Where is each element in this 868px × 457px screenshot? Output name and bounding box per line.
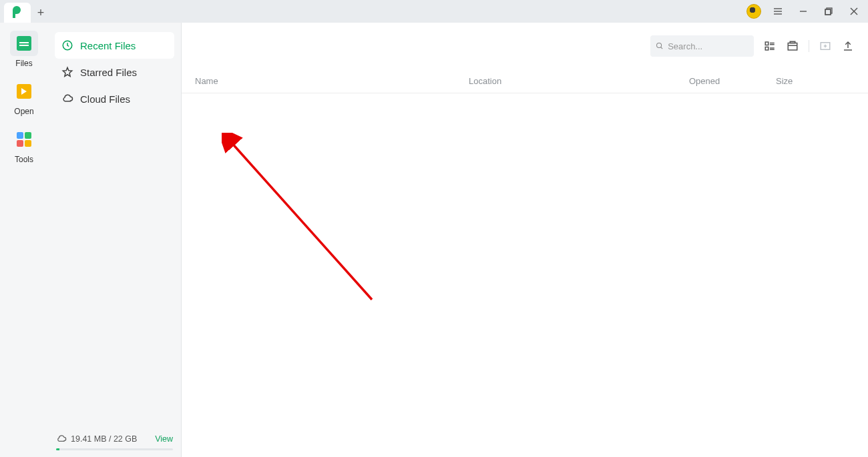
- svg-point-11: [657, 43, 662, 47]
- annotation-arrow: [222, 133, 395, 320]
- col-opened[interactable]: Opened: [689, 76, 776, 86]
- star-icon: [61, 66, 73, 78]
- col-location[interactable]: Location: [469, 76, 689, 86]
- files-icon: [17, 36, 31, 51]
- main-toolbar: [182, 23, 868, 69]
- toolbar-separator: [809, 40, 809, 52]
- storage-bar: [56, 448, 173, 450]
- close-button[interactable]: [845, 3, 863, 20]
- col-size[interactable]: Size: [776, 76, 855, 86]
- svg-rect-21: [790, 41, 795, 43]
- sidebar-item-cloud[interactable]: Cloud Files: [55, 85, 174, 112]
- storage-indicator: 19.41 MB / 22 GB View: [56, 434, 173, 450]
- rail-item-open[interactable]: Open: [7, 79, 41, 116]
- svg-line-28: [231, 142, 372, 300]
- storage-bar-fill: [56, 448, 59, 450]
- app-logo-icon: [11, 6, 24, 19]
- titlebar-right: [746, 3, 863, 20]
- hamburger-menu-icon[interactable]: [769, 3, 787, 20]
- cloud-icon: [61, 93, 73, 105]
- search-input[interactable]: [668, 41, 748, 51]
- upload-icon[interactable]: [841, 39, 855, 53]
- maximize-button[interactable]: [820, 3, 837, 20]
- sidebar-item-starred[interactable]: Starred Files: [55, 59, 174, 85]
- titlebar: +: [0, 0, 868, 23]
- svg-rect-19: [788, 43, 797, 51]
- col-name[interactable]: Name: [195, 76, 469, 86]
- rail-item-files[interactable]: Files: [7, 31, 41, 68]
- main-area: Name Location Opened Size: [182, 23, 868, 457]
- app-tab[interactable]: [4, 3, 31, 23]
- rail-label-open: Open: [14, 107, 33, 116]
- storage-view-link[interactable]: View: [155, 434, 173, 444]
- app-body: Files Open Tools Recent Files Starred Fi…: [0, 23, 868, 457]
- svg-line-12: [661, 47, 663, 49]
- sidebar-label-starred: Starred Files: [80, 67, 137, 78]
- tools-icon: [17, 132, 31, 147]
- search-box[interactable]: [650, 35, 754, 57]
- open-icon: [17, 84, 31, 99]
- cloud-storage-icon: [56, 434, 67, 444]
- minimize-button[interactable]: [795, 3, 812, 20]
- left-rail: Files Open Tools: [0, 23, 48, 457]
- rail-label-files: Files: [15, 59, 32, 68]
- column-headers: Name Location Opened Size: [182, 69, 868, 93]
- templates-icon[interactable]: [786, 39, 799, 53]
- svg-marker-10: [63, 67, 72, 76]
- storage-text: 19.41 MB / 22 GB: [71, 434, 137, 444]
- clock-icon: [61, 39, 73, 51]
- svg-rect-5: [825, 9, 831, 15]
- sidebar-label-cloud: Cloud Files: [80, 93, 130, 105]
- sidebar: Recent Files Starred Files Cloud Files 1…: [48, 23, 182, 457]
- user-avatar[interactable]: [746, 4, 761, 19]
- sidebar-label-recent: Recent Files: [80, 40, 136, 51]
- new-tab-button[interactable]: +: [31, 3, 51, 23]
- rail-label-tools: Tools: [15, 155, 33, 164]
- titlebar-left: +: [0, 0, 51, 23]
- svg-rect-13: [765, 42, 769, 45]
- list-view-icon[interactable]: [763, 39, 777, 53]
- new-folder-icon[interactable]: [819, 39, 832, 53]
- sidebar-item-recent[interactable]: Recent Files: [55, 32, 174, 59]
- rail-item-tools[interactable]: Tools: [7, 127, 41, 164]
- search-icon: [656, 41, 664, 51]
- svg-rect-14: [765, 47, 769, 51]
